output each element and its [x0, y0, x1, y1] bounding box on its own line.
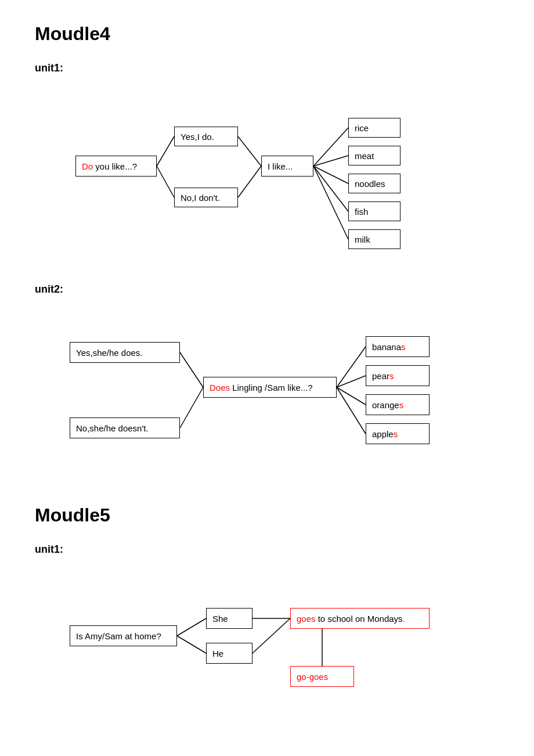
svg-line-6	[313, 166, 348, 183]
bananas-s: s	[401, 342, 406, 352]
m4u2-yes-she-he-does: Yes,she/he does.	[70, 342, 180, 363]
svg-line-16	[177, 636, 206, 653]
m5u1-goes-to-school: goes to school on Mondays.	[290, 608, 430, 629]
m4-unit1-section: unit1:	[35, 62, 499, 254]
do-red: Do	[82, 161, 93, 171]
go-goes-text: go-goes	[297, 672, 328, 682]
oranges-s: s	[399, 400, 404, 410]
do-rest: you like...?	[93, 161, 137, 171]
meat-text: meat	[355, 151, 374, 161]
does-red: Does	[210, 383, 230, 393]
m4u2-does-lingling: Does Lingling /Sam like...?	[203, 377, 337, 398]
m4u1-do-you-like: Do you like...?	[75, 156, 157, 177]
svg-line-1	[157, 166, 174, 197]
yes-i-do-text: Yes,I do.	[181, 132, 214, 142]
svg-line-14	[337, 387, 366, 434]
m4u2-apples: apples	[366, 423, 430, 444]
m4u1-meat: meat	[348, 146, 400, 165]
m4-unit2-label: unit2:	[35, 283, 499, 296]
m4-unit1-diagram: Do you like...? Yes,I do. No,I don't. I …	[35, 86, 441, 254]
svg-line-10	[180, 387, 203, 428]
m4u1-i-like: I like...	[261, 156, 313, 177]
svg-line-18	[252, 618, 290, 653]
m4u1-rice: rice	[348, 118, 400, 138]
m5u1-he: He	[206, 643, 252, 664]
svg-line-8	[313, 166, 348, 239]
i-like-text: I like...	[268, 161, 293, 171]
m4u2-no-she-he-doesnt: No,she/he doesn't.	[70, 417, 180, 438]
svg-line-0	[157, 136, 174, 166]
m5u1-go-goes: go-goes	[290, 666, 354, 687]
module-4: Moudle4 unit1:	[35, 23, 499, 476]
m5-unit1-label: unit1:	[35, 543, 499, 556]
svg-line-2	[238, 136, 261, 166]
m4-unit2-diagram: Yes,she/he does. No,she/he doesn't. Does…	[35, 307, 464, 476]
is-amy-sam-text: Is Amy/Sam at home?	[76, 631, 161, 641]
m4u1-fish: fish	[348, 201, 400, 221]
module5-title: Moudle5	[35, 505, 499, 526]
m5u1-is-amy-sam: Is Amy/Sam at home?	[70, 625, 177, 646]
he-text: He	[212, 649, 223, 658]
does-rest: Lingling /Sam like...?	[230, 383, 313, 393]
svg-line-3	[238, 166, 261, 197]
m4u1-no-i-dont: No,I don't.	[174, 188, 238, 207]
m4-unit2-section: unit2: Yes,she/he does.	[35, 283, 499, 476]
m5-unit1-section: unit1: Is Amy/Sam at home? She	[35, 543, 499, 707]
no-she-he-text: No,she/he doesn't.	[76, 423, 149, 433]
svg-line-4	[313, 128, 348, 166]
svg-line-5	[313, 156, 348, 166]
svg-line-11	[337, 347, 366, 387]
m5u1-she: She	[206, 608, 252, 629]
m4u1-yes-i-do: Yes,I do.	[174, 127, 238, 146]
apples-s: s	[394, 429, 398, 439]
she-text: She	[212, 614, 228, 624]
svg-line-15	[177, 618, 206, 636]
m4-unit1-label: unit1:	[35, 62, 499, 74]
goes-red: goes	[297, 614, 316, 624]
yes-she-he-text: Yes,she/he does.	[76, 348, 143, 358]
oranges-main: orange	[372, 400, 399, 410]
module4-title: Moudle4	[35, 23, 499, 45]
goes-rest: to school on Mondays	[316, 614, 403, 624]
m4u2-pears: pears	[366, 365, 430, 386]
no-i-dont-text: No,I don't.	[181, 193, 220, 203]
pears-main: pear	[372, 371, 389, 381]
module-5: Moudle5 unit1: Is Amy/Sam at home?	[35, 505, 499, 707]
m4u2-oranges: oranges	[366, 394, 430, 415]
svg-line-9	[180, 352, 203, 387]
pears-s: s	[389, 371, 394, 381]
m4u2-bananas: bananas	[366, 336, 430, 357]
apples-main: apple	[372, 429, 394, 439]
svg-line-7	[313, 166, 348, 211]
svg-line-12	[337, 376, 366, 387]
m4u1-milk: milk	[348, 229, 400, 249]
m5-unit1-diagram: Is Amy/Sam at home? She He goes to schoo…	[35, 573, 453, 707]
svg-line-13	[337, 387, 366, 405]
milk-text: milk	[355, 235, 370, 244]
noodles-text: noodles	[355, 179, 385, 189]
m4u1-noodles: noodles	[348, 174, 400, 193]
fish-text: fish	[355, 207, 368, 217]
bananas-main: banana	[372, 342, 401, 352]
rice-text: rice	[355, 123, 369, 133]
